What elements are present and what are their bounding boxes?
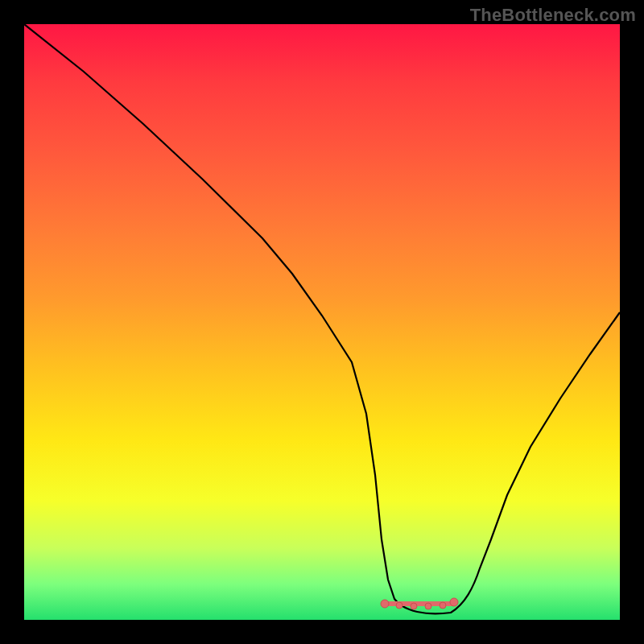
watermark-text: TheBottleneck.com [470,5,636,26]
flat-dot [396,602,402,609]
flat-dot [450,598,458,606]
chart-frame: TheBottleneck.com [0,0,644,644]
flat-dot [381,600,389,608]
flat-dot [425,603,431,609]
flat-dot [411,603,417,609]
curve-path [24,24,620,613]
flat-dot [440,602,446,609]
plot-area [24,24,620,620]
bottleneck-curve [24,24,620,620]
